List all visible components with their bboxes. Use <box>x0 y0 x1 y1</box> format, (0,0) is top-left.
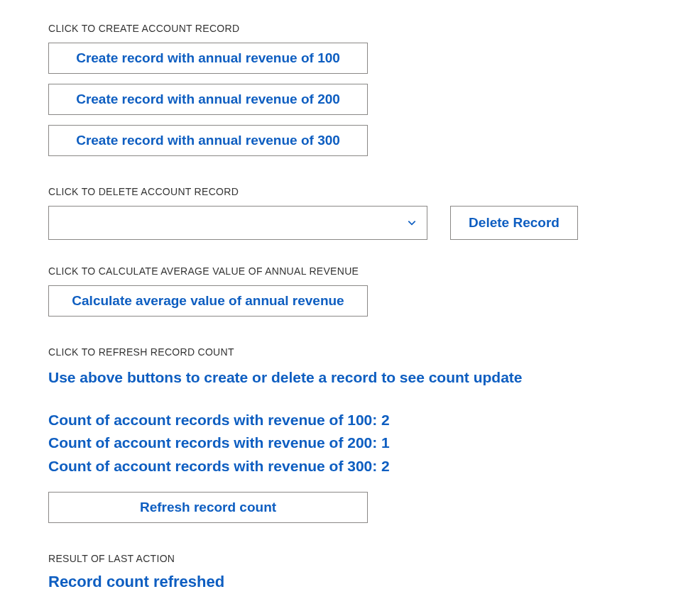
result-section-label: RESULT OF LAST ACTION <box>48 553 693 564</box>
refresh-section-label: CLICK TO REFRESH RECORD COUNT <box>48 346 693 358</box>
refresh-count-section: CLICK TO REFRESH RECORD COUNT Use above … <box>48 346 693 523</box>
calculate-average-button[interactable]: Calculate average value of annual revenu… <box>48 285 368 317</box>
result-section: RESULT OF LAST ACTION Record count refre… <box>48 553 693 591</box>
refresh-count-button[interactable]: Refresh record count <box>48 492 368 523</box>
count-line-200: Count of account records with revenue of… <box>48 431 693 455</box>
account-select[interactable] <box>48 206 427 240</box>
calculate-section-label: CLICK TO CALCULATE AVERAGE VALUE OF ANNU… <box>48 265 693 277</box>
create-section-label: CLICK TO CREATE ACCOUNT RECORD <box>48 23 693 34</box>
account-select-value <box>49 207 427 239</box>
calculate-average-section: CLICK TO CALCULATE AVERAGE VALUE OF ANNU… <box>48 265 693 317</box>
create-record-100-button[interactable]: Create record with annual revenue of 100 <box>48 43 368 74</box>
create-record-200-button[interactable]: Create record with annual revenue of 200 <box>48 84 368 115</box>
count-line-100: Count of account records with revenue of… <box>48 409 693 432</box>
create-account-section: CLICK TO CREATE ACCOUNT RECORD Create re… <box>48 23 693 156</box>
create-buttons-stack: Create record with annual revenue of 100… <box>48 43 693 156</box>
delete-account-section: CLICK TO DELETE ACCOUNT RECORD Delete Re… <box>48 186 693 240</box>
result-text: Record count refreshed <box>48 573 693 591</box>
count-lines: Count of account records with revenue of… <box>48 409 693 478</box>
create-record-300-button[interactable]: Create record with annual revenue of 300 <box>48 125 368 156</box>
delete-record-button[interactable]: Delete Record <box>450 206 578 240</box>
delete-row: Delete Record <box>48 206 693 240</box>
delete-section-label: CLICK TO DELETE ACCOUNT RECORD <box>48 186 693 197</box>
count-line-300: Count of account records with revenue of… <box>48 455 693 478</box>
refresh-hint-text: Use above buttons to create or delete a … <box>48 366 693 389</box>
